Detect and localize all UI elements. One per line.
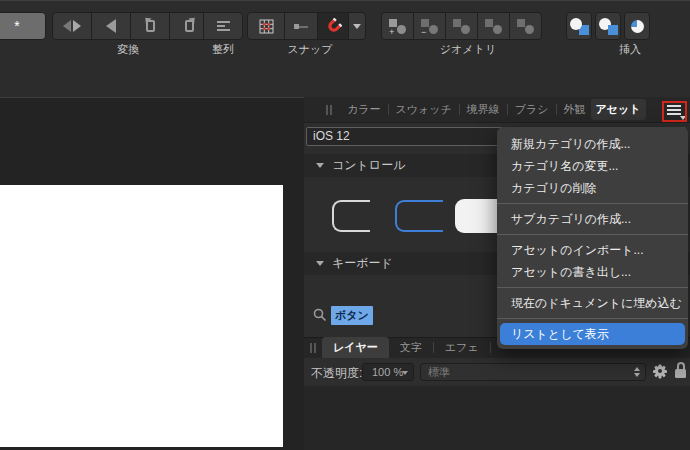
app-window: * [0,0,690,450]
insert-behind-button[interactable] [566,12,592,40]
layers-list-area[interactable] [304,386,690,450]
flip-vertical-icon [106,19,116,33]
snapping-options-dropdown[interactable] [348,12,366,40]
menu-item-export-assets[interactable]: アセットの書き出し... [497,261,688,283]
insert-in-front-icon [599,18,618,35]
tab-text[interactable]: 文字 [389,337,433,358]
menu-item-show-as-list[interactable]: リストとして表示 [500,323,685,345]
tab-stroke[interactable]: 境界線 [462,99,505,120]
annotation-highlight-box [662,101,687,122]
opacity-label: 不透明度: [311,365,362,382]
menu-separator [497,203,688,204]
search-icon [313,308,327,322]
menu-separator [497,287,688,288]
geometry-group: + − [381,12,541,40]
collapse-triangle-icon [316,163,324,168]
boolean-combine-icon [517,19,534,34]
asset-thumbnail-button-blue-outline[interactable] [395,200,443,232]
panel-drag-handle[interactable] [310,343,316,353]
snap-group-label: スナップ [287,42,332,57]
tab-effects[interactable]: エフェ [434,337,490,358]
menu-item-delete-category[interactable]: カテゴリの削除 [497,177,688,199]
geometry-combine-button[interactable] [509,12,542,40]
node-snap-icon [294,22,308,30]
boolean-intersect-icon [453,19,470,34]
insert-in-front-button[interactable] [595,12,621,40]
section-title: コントロール [332,157,405,174]
snapping-toggle-button[interactable] [317,12,349,40]
main-toolbar: * [0,0,690,97]
geometry-group-label: ジオメトリ [440,42,496,57]
menu-separator [497,234,688,235]
assets-context-menu: 新規カテゴリの作成... カテゴリ名の変更... カテゴリの削除 サブカテゴリの… [497,127,688,349]
tab-appearance[interactable]: 外観 [559,99,591,120]
grid-icon [259,19,274,34]
panel-drag-handle[interactable] [326,105,332,115]
insert-behind-icon [570,18,589,35]
snapping-grid-button[interactable] [247,12,285,40]
search-input-value[interactable]: ボタン [331,306,373,325]
boolean-add-icon: + [389,19,406,34]
opacity-dropdown[interactable]: 100 % [362,363,414,381]
tab-assets[interactable]: アセット [591,99,646,120]
rotate-cw-icon [185,20,194,32]
asset-thumbnail-button-outline[interactable] [332,200,370,232]
star-icon: * [14,18,19,34]
menu-item-rename-category[interactable]: カテゴリ名の変更... [497,155,688,177]
insert-group [566,12,649,40]
snap-group [247,12,365,40]
layer-options-row: 不透明度: 100 % 標準 [304,358,690,386]
geometry-subtract-button[interactable]: − [413,12,446,40]
stepper-icon [634,367,640,377]
layer-settings-button[interactable] [651,362,669,380]
align-icon [217,21,230,31]
tab-layers[interactable]: レイヤー [322,337,389,358]
geometry-divide-button[interactable] [477,12,510,40]
magnet-icon [325,18,342,35]
artboard[interactable] [0,185,283,447]
geometry-intersect-button[interactable] [445,12,478,40]
align-group [203,12,242,40]
favorites-button[interactable]: * [0,12,46,40]
transform-group-label: 変換 [117,42,139,57]
chevron-down-icon [353,24,361,29]
layer-lock-button[interactable] [675,362,686,379]
insert-group-label: 挿入 [619,42,641,57]
boolean-divide-icon [485,19,502,34]
menu-separator [497,318,688,319]
menu-item-import-assets[interactable]: アセットのインポート... [497,239,688,261]
tab-swatches[interactable]: スウォッチ [391,99,457,120]
menu-item-new-subcategory[interactable]: サブカテゴリの作成... [497,208,688,230]
menu-item-embed-in-document[interactable]: 現在のドキュメントに埋め込む [497,292,688,314]
rotate-ccw-icon [146,20,155,32]
flip-vertical-button[interactable] [91,12,131,40]
tab-brushes[interactable]: ブラシ [510,99,554,120]
insert-inside-icon [631,20,644,33]
menu-item-new-category[interactable]: 新規カテゴリの作成... [497,133,688,155]
collapse-triangle-icon [316,261,324,266]
insert-inside-button[interactable] [624,12,650,40]
boolean-subtract-icon: − [421,19,438,34]
transform-group [52,12,208,40]
flip-horizontal-button[interactable] [52,12,92,40]
section-title: キーボード [332,255,393,272]
panel-tab-bar: カラー スウォッチ 境界線 ブラシ 外観 アセット [304,97,690,123]
chevron-down-icon [402,371,408,375]
rotate-ccw-button[interactable] [130,12,170,40]
geometry-add-button[interactable]: + [381,12,414,40]
blend-mode-select[interactable]: 標準 [420,363,646,381]
canvas-viewport[interactable] [0,97,304,450]
alignment-button[interactable] [203,12,243,40]
flip-horizontal-icon [63,20,81,32]
tab-color[interactable]: カラー [342,99,386,120]
align-group-label: 整列 [212,42,234,57]
snapping-candidates-button[interactable] [284,12,318,40]
